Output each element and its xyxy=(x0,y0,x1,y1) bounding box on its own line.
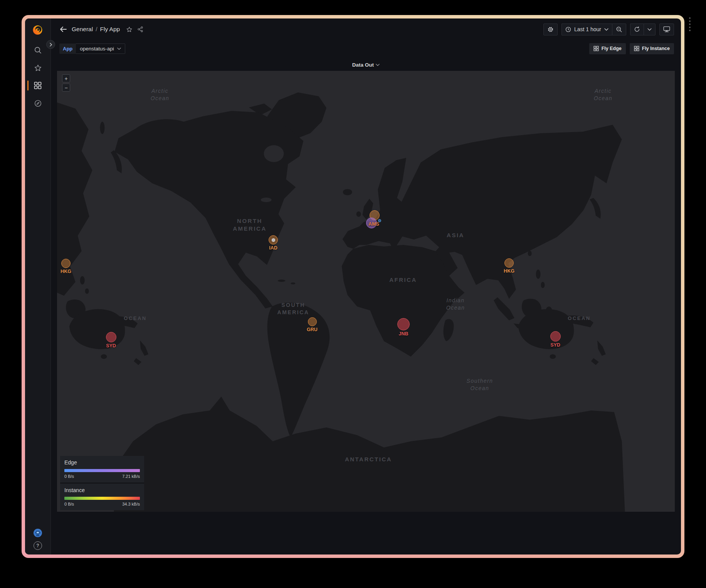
chevron-down-icon xyxy=(117,47,121,50)
map-marker-hkg[interactable] xyxy=(61,259,71,268)
breadcrumb-separator: / xyxy=(96,26,97,33)
world-map[interactable]: + − Arctic OceanArctic OceanNORTH AMERIC… xyxy=(57,71,675,512)
legend-section-instance: Instance0 B/s34.3 kB/s xyxy=(60,484,144,510)
dashboard-link-label: Fly Edge xyxy=(602,46,622,51)
app-variable-value: openstatus-api xyxy=(80,46,114,52)
search-icon xyxy=(34,46,42,54)
variable-label: App xyxy=(59,44,76,54)
magnifier-minus-icon xyxy=(616,26,622,33)
chevron-down-icon xyxy=(647,28,652,31)
help-icon: ? xyxy=(36,543,39,548)
monitor-icon xyxy=(663,26,670,32)
breadcrumb: General / Fly App xyxy=(72,26,120,33)
compass-icon xyxy=(34,99,42,107)
chevron-down-icon xyxy=(604,28,609,31)
map-marker-label: IAD xyxy=(269,245,277,251)
legend-gradient-bar xyxy=(64,469,140,472)
breadcrumb-folder[interactable]: General xyxy=(72,26,93,33)
map-marker-jnb[interactable] xyxy=(397,318,410,330)
star-icon xyxy=(34,64,42,72)
help-button[interactable]: ? xyxy=(34,541,42,550)
sidebar-item-explore[interactable] xyxy=(25,94,51,112)
apps-grid-icon xyxy=(634,46,639,51)
breadcrumb-page-title: Fly App xyxy=(100,26,120,33)
sidebar-expand-button[interactable] xyxy=(46,40,55,49)
refresh-button[interactable] xyxy=(630,23,644,35)
map-marker[interactable] xyxy=(378,219,381,222)
dashboard-link-label: Fly Instance xyxy=(642,46,670,51)
dashboard-settings-button[interactable] xyxy=(543,23,558,35)
dashboard-link-fly-instance[interactable]: Fly Instance xyxy=(630,43,674,54)
map-marker-hkg[interactable] xyxy=(504,258,514,268)
panel-header[interactable]: Data Out xyxy=(57,59,675,71)
clock-icon xyxy=(565,27,571,32)
map-marker-syd[interactable] xyxy=(550,331,561,342)
grafana-logo-icon[interactable] xyxy=(31,23,44,37)
legend-gradient-bar xyxy=(64,497,140,500)
map-zoom-in-button[interactable]: + xyxy=(62,74,70,82)
refresh-icon xyxy=(634,26,640,32)
time-range-label: Last 1 hour xyxy=(574,26,601,32)
map-marker-gru[interactable] xyxy=(308,317,317,326)
legend-max-value: 34.3 kB/s xyxy=(122,502,140,506)
geomap-panel: Data Out xyxy=(57,59,675,512)
dashboard-subbar: App openstatus-api xyxy=(51,40,681,57)
share-icon xyxy=(137,26,143,32)
robot-icon xyxy=(33,528,42,538)
map-marker-label: SYD xyxy=(550,342,560,348)
app-window: ? General / Fly App xyxy=(22,15,684,558)
kiosk-mode-button[interactable] xyxy=(659,23,674,35)
legend-title: Edge xyxy=(64,459,140,466)
legend-min-value: 0 B/s xyxy=(64,474,74,479)
sidebar-item-dashboards[interactable] xyxy=(25,77,51,94)
dashboards-grid-icon xyxy=(34,82,42,89)
window-edge-dots xyxy=(689,17,691,31)
sidebar-item-starred[interactable] xyxy=(25,59,51,77)
map-marker-label: HKG xyxy=(504,268,514,274)
map-marker-label: AMS xyxy=(368,221,379,227)
favorite-star-button[interactable] xyxy=(126,26,133,33)
star-icon xyxy=(126,26,133,33)
top-navbar: General / Fly App xyxy=(51,18,681,40)
map-marker-label: HKG xyxy=(61,269,71,274)
app-variable-dropdown[interactable]: openstatus-api xyxy=(76,44,125,54)
legend-max-value: 7.21 kB/s xyxy=(122,474,140,479)
chevron-down-icon xyxy=(376,64,380,66)
gear-icon xyxy=(547,26,554,33)
back-button[interactable] xyxy=(59,26,67,33)
time-range-picker[interactable]: Last 1 hour xyxy=(561,23,612,35)
map-marker-syd[interactable] xyxy=(106,332,116,342)
share-button[interactable] xyxy=(137,26,143,32)
bot-avatar[interactable] xyxy=(33,528,42,538)
legend-section-edge: Edge0 B/s7.21 kB/s xyxy=(60,456,144,482)
map-legend: Edge0 B/s7.21 kB/sInstance0 B/s34.3 kB/s xyxy=(60,456,144,510)
legend-min-value: 0 B/s xyxy=(64,502,74,506)
apps-grid-icon xyxy=(593,46,599,51)
refresh-interval-dropdown[interactable] xyxy=(644,23,656,35)
map-zoom-controls: + − xyxy=(62,74,70,92)
sidebar: ? xyxy=(25,18,51,554)
map-marker-label: GRU xyxy=(307,327,318,332)
dashboard-link-fly-edge[interactable]: Fly Edge xyxy=(589,43,626,54)
map-marker-label: JNB xyxy=(398,331,408,337)
panel-title: Data Out xyxy=(352,62,374,68)
legend-title: Instance xyxy=(64,487,140,493)
map-marker-label: SYD xyxy=(106,343,116,348)
map-marker-instance-dot[interactable] xyxy=(272,238,275,242)
zoom-out-time-button[interactable] xyxy=(612,23,626,35)
map-zoom-out-button[interactable]: − xyxy=(62,84,70,92)
arrow-left-icon xyxy=(59,26,67,33)
world-map-basemap xyxy=(57,71,675,512)
